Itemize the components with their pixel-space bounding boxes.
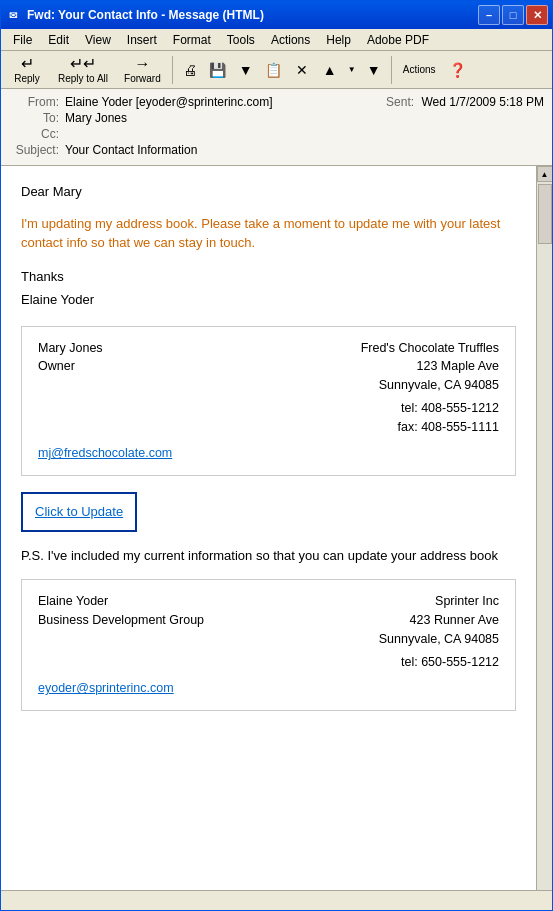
window-controls: – □ ✕ [478,5,548,25]
card1-left: Mary Jones Owner [38,339,103,395]
card2-right: Sprinter Inc 423 Runner Ave Sunnyvale, C… [379,592,499,648]
card1-tel: tel: 408-555-1212 [38,399,499,418]
from-row: From: Elaine Yoder [eyoder@sprinterinc.c… [9,95,544,109]
card2-phone-area: tel: 650-555-1212 [38,653,499,672]
menu-adobe[interactable]: Adobe PDF [359,31,437,49]
menu-actions[interactable]: Actions [263,31,318,49]
scrollbar: ▲ [536,166,552,890]
card2-company: Sprinter Inc [379,592,499,611]
subject-label: Subject: [9,143,59,157]
reply-label: Reply [14,73,40,84]
reply-button[interactable]: ↵ Reply [5,53,49,87]
sent-value: Wed 1/7/2009 5:18 PM [421,95,544,109]
menu-tools[interactable]: Tools [219,31,263,49]
menu-format[interactable]: Format [165,31,219,49]
status-bar [1,890,552,910]
minimize-button[interactable]: – [478,5,500,25]
card1-title: Owner [38,357,103,376]
card2-email-link[interactable]: eyoder@sprinterinc.com [38,681,174,695]
save-button[interactable]: 💾 [205,57,231,83]
click-to-update-box[interactable]: Click to Update [21,492,137,532]
cc-label: Cc: [9,127,59,141]
card1-fax: fax: 408-555-1111 [38,418,499,437]
sent-area: Sent: Wed 1/7/2009 5:18 PM [364,95,544,109]
card1-address2: Sunnyvale, CA 94085 [361,376,499,395]
reply-all-icon: ↵↵ [70,56,96,72]
contact-card-2: Elaine Yoder Business Development Group … [21,579,516,711]
greeting-text: Dear Mary [21,182,516,202]
to-row: To: Mary Jones [9,111,544,125]
card1-email-link[interactable]: mj@fredschocolate.com [38,446,172,460]
to-value: Mary Jones [65,111,544,125]
email-body-container: Dear Mary I'm updating my address book. … [1,166,552,890]
window-icon: ✉ [5,7,21,23]
actions-label: Actions [403,64,436,75]
card1-name: Mary Jones [38,339,103,358]
subject-value: Your Contact Information [65,143,544,157]
close-button[interactable]: ✕ [526,5,548,25]
card1-right: Fred's Chocolate Truffles 123 Maple Ave … [361,339,499,395]
card1-top: Mary Jones Owner Fred's Chocolate Truffl… [38,339,499,395]
ps-text: P.S. I've included my current informatio… [21,546,516,566]
from-label: From: [9,95,59,109]
card1-company: Fred's Chocolate Truffles [361,339,499,358]
menu-bar: File Edit View Insert Format Tools Actio… [1,29,552,51]
card2-name: Elaine Yoder [38,592,204,611]
menu-edit[interactable]: Edit [40,31,77,49]
to-label: To: [9,111,59,125]
card2-top: Elaine Yoder Business Development Group … [38,592,499,648]
email-window: ✉ Fwd: Your Contact Info - Message (HTML… [0,0,553,911]
window-title: Fwd: Your Contact Info - Message (HTML) [27,8,478,22]
move-down-button[interactable]: ▼ [361,57,387,83]
cc-value [65,127,544,141]
flag-button[interactable]: ▼ [233,57,259,83]
card2-tel: tel: 650-555-1212 [38,653,499,672]
menu-view[interactable]: View [77,31,119,49]
forward-button[interactable]: → Forward [117,53,168,87]
from-value: Elaine Yoder [eyoder@sprinterinc.com] [65,95,358,109]
move-up-button[interactable]: ▲ [317,57,343,83]
sent-label: Sent: [386,95,414,109]
email-body: Dear Mary I'm updating my address book. … [1,166,536,890]
menu-file[interactable]: File [5,31,40,49]
scrollbar-up-button[interactable]: ▲ [537,166,553,182]
menu-insert[interactable]: Insert [119,31,165,49]
scrollbar-thumb[interactable] [538,184,552,244]
reply-all-button[interactable]: ↵↵ Reply to All [51,53,115,87]
contact-card-1: Mary Jones Owner Fred's Chocolate Truffl… [21,326,516,477]
toolbar-separator-1 [172,56,173,84]
toolbar: ↵ Reply ↵↵ Reply to All → Forward 🖨 💾 ▼ … [1,51,552,89]
address-book-button[interactable]: 📋 [261,57,287,83]
reply-all-label: Reply to All [58,73,108,84]
sender-name-text: Elaine Yoder [21,290,516,310]
forward-label: Forward [124,73,161,84]
card2-address1: 423 Runner Ave [379,611,499,630]
card2-title: Business Development Group [38,611,204,630]
subject-row: Subject: Your Contact Information [9,143,544,157]
print-button[interactable]: 🖨 [177,57,203,83]
toolbar-separator-2 [391,56,392,84]
cc-row: Cc: [9,127,544,141]
forward-icon: → [134,56,150,72]
card1-address1: 123 Maple Ave [361,357,499,376]
help-button[interactable]: ❓ [445,57,471,83]
card2-email-area: eyoder@sprinterinc.com [38,679,499,698]
maximize-button[interactable]: □ [502,5,524,25]
move-dropdown-button[interactable]: ▼ [345,57,359,83]
main-body-text: I'm updating my address book. Please tak… [21,214,516,253]
menu-help[interactable]: Help [318,31,359,49]
card2-address2: Sunnyvale, CA 94085 [379,630,499,649]
card1-phone-area: tel: 408-555-1212 fax: 408-555-1111 [38,399,499,437]
title-bar: ✉ Fwd: Your Contact Info - Message (HTML… [1,1,552,29]
reply-icon: ↵ [21,56,34,72]
delete-button[interactable]: ✕ [289,57,315,83]
card1-email-area: mj@fredschocolate.com [38,444,499,463]
thanks-text: Thanks [21,267,516,287]
card2-left: Elaine Yoder Business Development Group [38,592,204,648]
actions-button[interactable]: Actions [396,53,443,87]
click-to-update-link[interactable]: Click to Update [35,504,123,519]
email-headers: From: Elaine Yoder [eyoder@sprinterinc.c… [1,89,552,166]
